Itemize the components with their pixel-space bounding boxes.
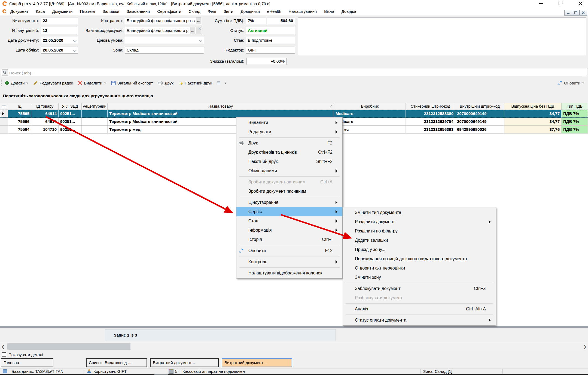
- edit-row-button[interactable]: Редагувати рядок: [33, 81, 73, 85]
- print-button[interactable]: Друк: [158, 81, 173, 85]
- context-menu-item-12[interactable]: Ціноутворення: [236, 198, 342, 207]
- submenu-item-1[interactable]: Змінити тип документа: [343, 208, 496, 217]
- context-menu-item-10[interactable]: Зробити документ пасивним: [236, 187, 342, 196]
- column-header-4[interactable]: Рецептурний: [82, 103, 108, 110]
- context-menu-item-2[interactable]: Редагувати: [236, 127, 342, 137]
- context-menu-item-18[interactable]: ОновитиF12: [236, 246, 342, 255]
- menubar-item-5[interactable]: Залишки: [102, 9, 119, 14]
- account-date-field[interactable]: 20.05.2020: [41, 47, 78, 54]
- submenu-arrow-icon: [489, 319, 492, 322]
- doc-date-field[interactable]: 22.05.2020: [41, 37, 78, 44]
- context-menu-item-13[interactable]: Сервіс: [236, 207, 342, 216]
- statusbar-counter: 5: [175, 369, 177, 374]
- table-row-1[interactable]: 755656491490251...Термометр Medicare кли…: [0, 110, 588, 118]
- scroll-right-arrow[interactable]: ❯: [582, 343, 588, 350]
- column-header-5[interactable]: Назва товару△: [108, 103, 334, 110]
- scroll-left-arrow[interactable]: ❮: [0, 343, 6, 350]
- show-details-checkbox[interactable]: [2, 352, 6, 357]
- context-menu-item-14[interactable]: Стан: [236, 216, 342, 226]
- submenu-item-5[interactable]: Прихід у зону...: [343, 245, 496, 254]
- menubar-item-6[interactable]: Замовлення: [127, 9, 150, 14]
- mdi-minimize-button[interactable]: [564, 10, 572, 16]
- discount-field[interactable]: +0,00%: [246, 58, 287, 65]
- refresh-button[interactable]: Оновити: [557, 78, 584, 87]
- mdi-restore-button[interactable]: [572, 10, 580, 16]
- submenu-item-4[interactable]: Додати залишки: [343, 236, 496, 245]
- column-header-8[interactable]: Внутрішній штрих-код: [455, 103, 504, 110]
- menubar-item-14[interactable]: Вікна: [324, 9, 334, 14]
- export-button[interactable]: Загальний експорт: [111, 81, 153, 85]
- menubar-item-2[interactable]: Каса: [36, 9, 45, 14]
- submenu-arrow-icon: [336, 169, 339, 173]
- menubar-items: ДокументКасаДокументиПлатежіЗалишкиЗамов…: [10, 9, 364, 14]
- menubar-item-13[interactable]: Налаштування: [289, 9, 317, 14]
- tab-4[interactable]: Витратний документ ..: [222, 358, 292, 367]
- application-window: Скарб pro v. 4.0.2.77 [ІД: 969] - [Апт №…: [0, 0, 588, 375]
- minimize-button[interactable]: [537, 0, 545, 7]
- submenu-item-6[interactable]: Перекидання позицій до іншого видатковог…: [343, 254, 496, 264]
- restore-button[interactable]: [556, 0, 564, 7]
- contractor-field[interactable]: Благодійний фонд соціального розв: [125, 17, 196, 24]
- context-menu-item-22[interactable]: Налаштувати відображення колонок: [236, 268, 342, 278]
- submenu-item-15[interactable]: Статус оплати документа: [343, 316, 496, 325]
- search-input[interactable]: [9, 69, 582, 76]
- context-menu-item-6[interactable]: Пакетний друкShift+F2: [236, 157, 342, 166]
- menubar-item-1[interactable]: Документ: [10, 9, 29, 14]
- column-header-9[interactable]: Відпускна ціна без ПДВ: [504, 103, 562, 110]
- notes-panel[interactable]: [298, 17, 586, 56]
- chevron-down-icon[interactable]: [73, 49, 77, 52]
- context-menu-item-1[interactable]: Видалити: [236, 118, 342, 127]
- context-menu-item-20[interactable]: Контроль: [236, 257, 342, 267]
- submenu-item-3[interactable]: Розділити по фільтру: [343, 226, 496, 236]
- cell-sticker_barcode: 2312312588380: [406, 110, 455, 118]
- menubar-item-8[interactable]: Склад: [188, 9, 200, 14]
- cell-ukt: 90251...: [59, 110, 82, 118]
- scrollbar-thumb[interactable]: [7, 343, 130, 350]
- tab-2[interactable]: Список: Видаткові д ...: [86, 358, 147, 367]
- menubar-item-10[interactable]: Звіти: [224, 9, 233, 14]
- column-header-2[interactable]: ІД товару: [31, 103, 59, 110]
- add-button[interactable]: Додати: [5, 81, 28, 85]
- submenu-item-13[interactable]: АналізCtrl+Alt+A: [343, 304, 496, 314]
- submenu-item-7[interactable]: Створити акт переоцінки: [343, 264, 496, 273]
- context-menu-item-15[interactable]: Інформація: [236, 226, 342, 235]
- context-menu-item-4[interactable]: ДрукF2: [236, 138, 342, 148]
- menubar-item-3[interactable]: Документи: [52, 9, 72, 14]
- internal-number-field[interactable]: 12: [41, 27, 78, 34]
- column-header-7[interactable]: Стикерний штрих-код: [406, 103, 455, 110]
- submenu-item-2[interactable]: Розділити документ: [343, 217, 496, 226]
- column-header-indicator[interactable]: [0, 103, 8, 110]
- context-menu-item-5[interactable]: Друк стікерів та цінниківCtrl+F2: [236, 148, 342, 157]
- cell-id: 75566: [8, 118, 31, 126]
- panel-splitter[interactable]: [0, 326, 588, 328]
- menubar-item-12[interactable]: eHealth: [267, 9, 281, 14]
- doc-number-field[interactable]: 23: [41, 17, 78, 24]
- column-header-10[interactable]: Тип ПДВ: [562, 103, 588, 110]
- list-options-button[interactable]: [217, 81, 227, 85]
- context-menu-item-7[interactable]: Обмін даними: [236, 166, 342, 176]
- column-header-6[interactable]: Виробник: [334, 103, 406, 110]
- delete-button[interactable]: Видалити: [78, 81, 106, 85]
- tab-3[interactable]: Витратний документ ..: [150, 358, 219, 367]
- menubar-item-15[interactable]: Довідка: [342, 9, 356, 14]
- submenu-item-8[interactable]: Змінити зону: [343, 273, 496, 282]
- mdi-close-button[interactable]: [580, 10, 587, 16]
- cell-ukt: 90251...: [59, 126, 82, 134]
- tab-1[interactable]: Головна: [1, 358, 53, 367]
- toolbar: ДодатиРедагувати рядокВидалитиЗагальний …: [0, 78, 588, 87]
- batch-print-button[interactable]: Пакетний друк: [178, 81, 212, 85]
- menubar-item-9[interactable]: Філії: [208, 9, 216, 14]
- status-value: Активний: [246, 27, 295, 34]
- menubar-item-7[interactable]: Сертифікати: [157, 9, 181, 14]
- menubar-item-11[interactable]: Довідники: [241, 9, 260, 14]
- submenu-item-10[interactable]: Заблокувати документCtrl+Z: [343, 284, 496, 293]
- column-header-3[interactable]: УКТ ЗЕД: [59, 103, 82, 110]
- close-button[interactable]: [576, 0, 584, 7]
- menubar-item-4[interactable]: Платежі: [80, 9, 95, 14]
- toolbar-grip[interactable]: [1, 80, 2, 86]
- context-menu-item-16[interactable]: ІсторіяCtrl+I: [236, 235, 342, 244]
- search-icon[interactable]: [2, 69, 8, 75]
- consignee-field[interactable]: Благодійний фонд соціального р: [125, 27, 190, 34]
- chevron-down-icon[interactable]: [73, 39, 77, 42]
- column-header-1[interactable]: ІД: [8, 103, 31, 110]
